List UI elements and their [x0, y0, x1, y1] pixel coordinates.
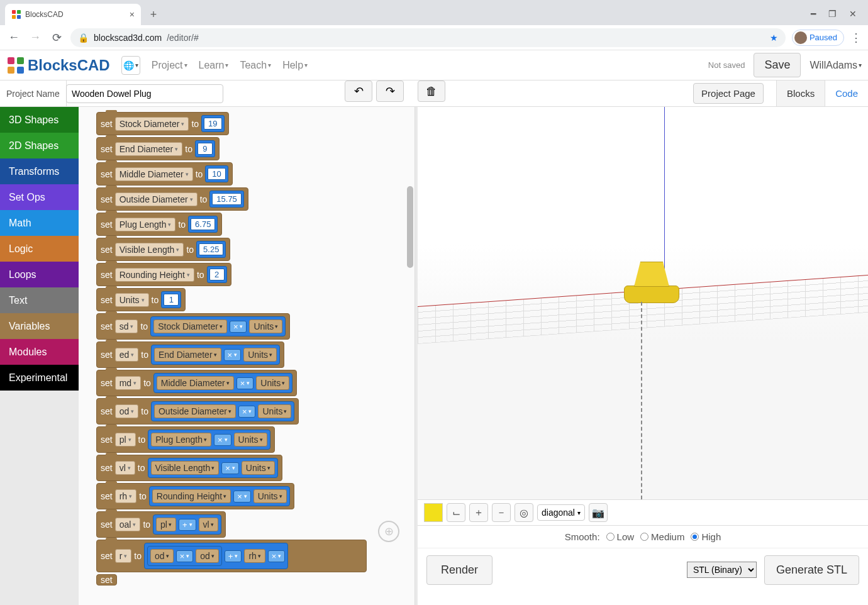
3d-viewport[interactable] — [418, 107, 868, 499]
set-block[interactable]: setmd▾to Middle Diameter▾×▾Units▾ — [96, 370, 297, 396]
set-block[interactable]: setPlug Length▾to6.75 — [96, 213, 222, 236]
menu-learn[interactable]: Learn▾ — [199, 60, 229, 71]
smooth-high[interactable]: High — [691, 531, 721, 542]
operator-chip[interactable]: +▾ — [179, 519, 196, 531]
color-swatch[interactable] — [424, 503, 443, 522]
var-ref[interactable]: Units▾ — [258, 404, 291, 418]
menu-project[interactable]: Project▾ — [152, 60, 187, 71]
var-ref[interactable]: Units▾ — [253, 489, 287, 503]
cat-modules[interactable]: Modules — [0, 339, 79, 365]
var-chip[interactable]: Visible Length▾ — [115, 243, 184, 257]
var-ref[interactable]: Stock Diameter▾ — [153, 319, 227, 333]
operator-chip[interactable]: ×▾ — [230, 321, 247, 333]
zoom-out-button[interactable]: － — [492, 503, 511, 522]
new-tab-button[interactable]: + — [145, 8, 162, 25]
set-block[interactable]: setVisible Length▾to5.25 — [96, 238, 230, 261]
close-window-icon[interactable]: ✕ — [849, 9, 857, 19]
number-input[interactable]: 10 — [205, 165, 228, 182]
set-block[interactable]: setOutside Diameter▾to15.75 — [96, 187, 248, 211]
profile-button[interactable]: Paused — [792, 30, 844, 46]
axes-toggle[interactable]: ⌙ — [447, 503, 465, 522]
var-chip[interactable]: md▾ — [115, 376, 141, 390]
set-block[interactable]: setEnd Diameter▾to9 — [96, 137, 220, 160]
set-block[interactable]: setoal▾to pl▾+▾vl▾ — [96, 511, 226, 538]
set-block[interactable]: setStock Diameter▾to19 — [96, 112, 229, 135]
var-ref[interactable]: vl▾ — [199, 518, 218, 531]
browser-tab[interactable]: BlocksCAD × — [5, 4, 141, 25]
menu-teach[interactable]: Teach▾ — [240, 60, 271, 71]
cat-transforms[interactable]: Transforms — [0, 158, 79, 184]
logo[interactable]: BlocksCAD — [6, 56, 110, 75]
operator-chip[interactable]: ×▾ — [224, 349, 242, 361]
reload-button[interactable]: ⟳ — [49, 30, 64, 45]
var-chip[interactable]: od▾ — [115, 404, 139, 418]
minimize-icon[interactable]: ━ — [811, 9, 816, 19]
export-format-select[interactable]: STL (Binary) — [687, 562, 757, 578]
operator-chip[interactable]: +▾ — [225, 550, 242, 562]
var-ref[interactable]: Middle Diameter▾ — [157, 376, 234, 390]
generate-stl-button[interactable]: Generate STL — [764, 555, 859, 585]
var-ref[interactable]: End Diameter▾ — [154, 348, 221, 362]
tab-blocks[interactable]: Blocks — [776, 80, 825, 106]
math-expression[interactable]: End Diameter▾×▾Units▾ — [151, 345, 280, 365]
set-block[interactable]: setvl▾to Visible Length▾×▾Units▾ — [96, 455, 282, 481]
var-ref[interactable]: Rounding Height▾ — [152, 489, 231, 503]
var-ref[interactable]: Units▾ — [256, 376, 289, 390]
operator-chip[interactable]: ×▾ — [236, 377, 254, 389]
math-expression[interactable]: Visible Length▾×▾Units▾ — [148, 458, 278, 478]
var-chip[interactable]: ed▾ — [115, 348, 139, 362]
close-tab-icon[interactable]: × — [130, 9, 135, 19]
recenter-button[interactable]: ⊕ — [378, 521, 399, 542]
browser-menu-icon[interactable]: ⋮ — [850, 31, 862, 45]
cat-set-ops[interactable]: Set Ops — [0, 184, 79, 210]
var-ref[interactable]: Units▾ — [243, 348, 277, 362]
user-menu[interactable]: WillAdams▾ — [810, 60, 862, 71]
var-chip[interactable]: pl▾ — [115, 433, 136, 447]
var-ref[interactable]: od▾ — [196, 549, 219, 563]
var-ref[interactable]: Plug Length▾ — [151, 433, 211, 447]
project-page-button[interactable]: Project Page — [693, 83, 764, 104]
math-expression[interactable]: Stock Diameter▾×▾Units▾ — [150, 316, 286, 336]
var-ref[interactable]: Visible Length▾ — [151, 461, 220, 475]
var-chip[interactable]: Rounding Height▾ — [115, 268, 194, 282]
undo-button[interactable]: ↶ — [345, 80, 372, 102]
trash-button[interactable]: 🗑 — [418, 80, 445, 102]
redo-button[interactable]: ↷ — [376, 80, 404, 102]
maximize-icon[interactable]: ❐ — [828, 9, 837, 19]
cat-3d-shapes[interactable]: 3D Shapes — [0, 107, 79, 133]
cat-loops[interactable]: Loops — [0, 262, 79, 287]
var-chip[interactable]: r▾ — [115, 549, 132, 563]
var-ref[interactable]: Units▾ — [249, 319, 282, 333]
var-ref[interactable]: pl▾ — [156, 518, 176, 531]
math-expression[interactable]: pl▾+▾vl▾ — [153, 514, 221, 535]
cat-math[interactable]: Math — [0, 210, 79, 236]
var-chip[interactable]: oal▾ — [115, 518, 141, 531]
var-chip[interactable]: Units▾ — [115, 293, 149, 307]
view-angle-select[interactable]: diagonal▾ — [537, 504, 585, 521]
var-ref[interactable]: Units▾ — [234, 433, 267, 447]
set-block[interactable]: setUnits▾to1 — [96, 288, 186, 311]
var-ref[interactable]: rh▾ — [244, 549, 265, 563]
forward-button[interactable]: → — [28, 30, 43, 45]
set-block[interactable]: setod▾to Outside Diameter▾×▾Units▾ — [96, 398, 299, 425]
smooth-medium[interactable]: Medium — [640, 531, 684, 542]
var-chip[interactable]: Stock Diameter▾ — [115, 117, 189, 131]
project-name-input[interactable] — [66, 84, 223, 103]
cat-experimental[interactable]: Experimental — [0, 365, 79, 391]
operator-chip[interactable]: ×▾ — [221, 462, 239, 474]
number-input[interactable]: 15.75 — [209, 191, 244, 208]
back-button[interactable]: ← — [6, 30, 21, 45]
scrollbar-thumb[interactable] — [407, 186, 413, 268]
var-chip[interactable]: Outside Diameter▾ — [115, 192, 198, 206]
operator-chip[interactable]: ×▾ — [214, 434, 231, 446]
var-chip[interactable]: Middle Diameter▾ — [115, 167, 193, 181]
number-input[interactable]: 5.25 — [196, 241, 226, 258]
cat-logic[interactable]: Logic — [0, 236, 79, 262]
smooth-low[interactable]: Low — [606, 531, 635, 542]
operator-chip[interactable]: ×▾ — [238, 406, 256, 418]
var-ref[interactable]: Units▾ — [242, 461, 275, 475]
math-expression[interactable]: Outside Diameter▾×▾Units▾ — [151, 401, 294, 421]
number-input[interactable]: 6.75 — [188, 216, 218, 233]
var-chip[interactable]: sd▾ — [115, 319, 138, 333]
save-button[interactable]: Save — [754, 53, 801, 77]
